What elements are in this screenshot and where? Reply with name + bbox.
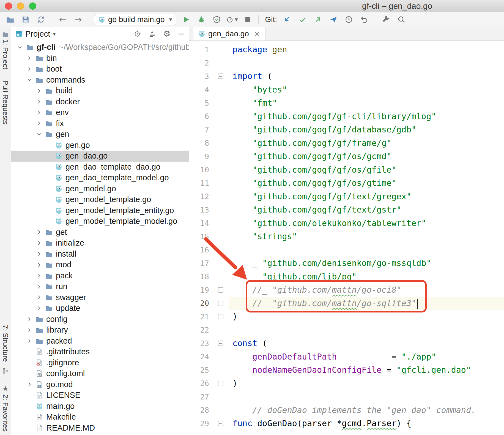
tree-item-boot[interactable]: boot (11, 64, 189, 75)
chevron-down-icon[interactable]: ▾ (53, 31, 56, 37)
tree-item-readme-md[interactable]: README.MD (11, 423, 189, 434)
chevron-right-icon[interactable] (34, 284, 44, 289)
tree-item-gen-dao-template-dao-go[interactable]: gen_dao_template_dao.go (11, 162, 189, 173)
coverage-button[interactable] (211, 14, 223, 25)
code-line-14[interactable]: "github.com/olekukonko/tablewriter" (229, 217, 504, 230)
tree-item-gen-go[interactable]: gen.go (11, 140, 189, 151)
chevron-right-icon[interactable] (24, 339, 34, 343)
tool-window-button-structure[interactable]: 7: Structure (1, 325, 10, 362)
save-all-button[interactable] (20, 14, 31, 25)
editor-code[interactable]: package genimport ( "bytes" "fmt" "githu… (229, 41, 504, 435)
chevron-right-icon[interactable] (24, 317, 34, 321)
profiler-button[interactable]: ▾ (226, 14, 238, 25)
code-line-21[interactable]: ) (229, 310, 504, 323)
locate-file-icon[interactable] (133, 30, 141, 38)
tree-item-makefile[interactable]: Makefile (11, 412, 189, 423)
git-rollback-button[interactable] (358, 14, 370, 25)
code-line-19[interactable]: //_ "github.com/mattn/go-oci8" (229, 283, 504, 297)
code-line-18[interactable]: _ "github.com/lib/pq" (229, 270, 504, 284)
tree-item-go-mod[interactable]: gogo.mod (11, 379, 189, 390)
tree-item-install[interactable]: install (11, 249, 189, 260)
code-line-2[interactable] (229, 56, 504, 70)
chevron-right-icon[interactable] (34, 121, 44, 126)
code-line-22[interactable] (229, 323, 504, 337)
chevron-right-icon[interactable] (34, 252, 44, 256)
code-line-12[interactable]: "github.com/gogf/gf/text/gregex" (229, 190, 504, 203)
chevron-down-icon[interactable] (24, 78, 34, 82)
code-line-20[interactable]: //_ "github.com/mattn/go-sqlite3" (229, 297, 504, 310)
close-window-button[interactable] (5, 2, 12, 10)
code-line-8[interactable]: "github.com/gogf/gf/frame/g" (229, 137, 504, 150)
search-everywhere-button[interactable] (396, 14, 407, 25)
tree-item-initialize[interactable]: initialize (11, 238, 189, 249)
fold-marker-icon[interactable] (218, 381, 223, 386)
tree-item-pack[interactable]: pack (11, 270, 189, 281)
tree-item-config[interactable]: config (11, 314, 189, 325)
tool-window-button-project[interactable]: 1: Project (1, 39, 10, 69)
hide-panel-minus-icon[interactable]: − (178, 30, 185, 38)
git-push-button[interactable] (312, 14, 324, 25)
fold-marker-icon[interactable]: − (218, 341, 223, 346)
minimize-window-button[interactable] (17, 2, 24, 10)
tree-item--gitattributes[interactable]: .gitattributes (11, 346, 189, 357)
stop-button[interactable] (242, 14, 253, 25)
code-line-25[interactable]: nodeNameGenDaoInConfigFile = "gfcli.gen.… (229, 363, 504, 377)
settings-wrench-button[interactable] (380, 14, 392, 25)
chevron-down-icon[interactable] (34, 132, 44, 137)
code-line-29[interactable]: func doGenDao(parser *gcmd.Parser) { (229, 417, 504, 430)
code-line-3[interactable]: import ( (229, 70, 504, 83)
code-line-4[interactable]: "bytes" (229, 83, 504, 97)
chevron-right-icon[interactable] (24, 328, 34, 332)
tree-item--gitignore[interactable]: .gitignore (11, 357, 189, 368)
run-button[interactable] (180, 14, 192, 25)
close-tab-icon[interactable]: × (253, 30, 260, 38)
tree-item-library[interactable]: library (11, 325, 189, 336)
code-line-13[interactable]: "github.com/gogf/gf/text/gstr" (229, 203, 504, 217)
chevron-down-icon[interactable] (15, 45, 25, 50)
git-commit-button[interactable] (297, 14, 308, 25)
chevron-right-icon[interactable] (34, 263, 44, 267)
tree-item-gen[interactable]: gen (11, 129, 189, 140)
synchronize-button[interactable] (35, 14, 47, 25)
code-line-28[interactable]: // doGenDao implements the "gen dao" com… (229, 404, 504, 417)
code-line-23[interactable]: const ( (229, 337, 504, 350)
tree-item-packed[interactable]: packed (11, 336, 189, 347)
back-button[interactable]: ← (57, 14, 69, 25)
git-update-button[interactable] (281, 14, 293, 25)
fold-marker-icon[interactable]: − (218, 421, 223, 426)
run-config-select[interactable]: go build main.go ▾ (94, 14, 176, 25)
code-line-26[interactable]: ) (229, 377, 504, 390)
tree-item-config-toml[interactable]: config.toml (11, 368, 189, 379)
tree-item-fix[interactable]: fix (11, 118, 189, 129)
tree-item-mod[interactable]: mod (11, 259, 189, 270)
tree-item-build[interactable]: build (11, 85, 189, 96)
code-line-5[interactable]: "fmt" (229, 96, 504, 110)
fold-marker-icon[interactable] (218, 314, 223, 319)
forward-button[interactable]: → (72, 14, 84, 25)
code-line-16[interactable] (229, 243, 504, 257)
fold-marker-icon[interactable]: − (218, 74, 223, 79)
tree-item-license[interactable]: LICENSE (11, 390, 189, 401)
code-line-7[interactable]: "github.com/gogf/gf/database/gdb" (229, 123, 504, 137)
open-button[interactable] (4, 14, 16, 25)
chevron-right-icon[interactable] (34, 99, 44, 104)
tree-item-commands[interactable]: commands (11, 75, 189, 86)
chevron-right-icon[interactable] (24, 56, 34, 60)
code-line-1[interactable]: package gen (229, 43, 504, 56)
tree-item-bin[interactable]: bin (11, 53, 189, 64)
code-line-11[interactable]: "github.com/gogf/gf/os/gtime" (229, 176, 504, 190)
tree-item-gen-dao-template-model-go[interactable]: gen_dao_template_model.go (11, 172, 189, 183)
fold-marker-icon[interactable] (218, 301, 223, 306)
chevron-right-icon[interactable] (34, 110, 44, 115)
code-line-27[interactable] (229, 390, 504, 404)
tree-item-env[interactable]: env (11, 107, 189, 118)
tree-item-main-go[interactable]: main.go (11, 401, 189, 412)
chevron-right-icon[interactable] (24, 67, 34, 71)
debug-button[interactable] (196, 14, 207, 25)
editor-tab-gen-dao[interactable]: gen_dao.go × (193, 27, 265, 40)
chevron-right-icon[interactable] (34, 295, 44, 300)
tree-item-gen-model-template-entity-go[interactable]: gen_model_template_entity.go (11, 205, 189, 216)
gear-icon[interactable]: ⚙ (163, 30, 171, 38)
tool-window-button-favorites[interactable]: 2: Favorites (1, 394, 10, 432)
code-line-17[interactable]: _ "github.com/denisenkom/go-mssqldb" (229, 257, 504, 270)
